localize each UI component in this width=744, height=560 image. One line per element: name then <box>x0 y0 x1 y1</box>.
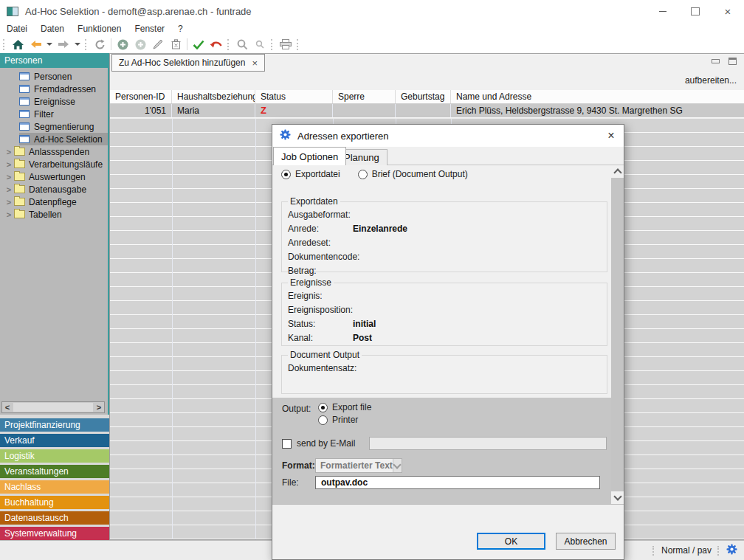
ok-button[interactable]: OK <box>477 533 545 550</box>
folder-icon <box>14 185 25 193</box>
column-header-personen-id[interactable]: Personen-ID <box>110 90 172 103</box>
sidebar-item-anlassspenden[interactable]: > Anlassspenden <box>0 145 108 158</box>
exportdaten-group: Exportdaten Ausgabeformat: Anrede:Einzel… <box>281 196 607 272</box>
tab-zu-adhoc-selektion-hinzufuegen[interactable]: Zu Ad-Hoc Selektion hinzufügen × <box>111 54 265 72</box>
toolbar-grip <box>271 39 275 50</box>
status-badge: Z <box>255 104 333 117</box>
pane-minimize-icon[interactable] <box>712 59 720 63</box>
sidebar-horizontal-scrollbar[interactable]: < > <box>1 401 105 413</box>
back-dropdown-icon[interactable] <box>46 38 52 51</box>
column-header-status[interactable]: Status <box>255 90 333 103</box>
sidebar-item-auswertungen[interactable]: > Auswertungen <box>0 170 108 183</box>
sidebar-item-personen[interactable]: Personen <box>0 70 108 83</box>
menu-daten[interactable]: Daten <box>34 24 71 34</box>
print-icon[interactable] <box>279 38 292 51</box>
window-icon <box>19 97 30 106</box>
scroll-left-icon[interactable]: < <box>2 402 13 412</box>
window-icon <box>19 110 30 118</box>
settings-gear-icon[interactable] <box>726 544 737 557</box>
column-header-name-adresse[interactable]: Name und Adresse <box>451 90 744 103</box>
search-small-icon[interactable] <box>253 38 266 51</box>
dialog-title: Adressen exportieren <box>297 131 389 142</box>
toolbar-grip <box>227 39 231 50</box>
minimize-button[interactable] <box>647 0 679 22</box>
refresh-icon[interactable] <box>93 38 106 51</box>
aufbereiten-link[interactable]: aufbereiten... <box>685 75 737 86</box>
radio-brief-document-output[interactable] <box>358 170 368 179</box>
window-icon <box>19 72 30 80</box>
forward-icon[interactable] <box>57 38 70 51</box>
sidebar-category-verkauf[interactable]: Verkauf <box>0 434 109 447</box>
home-icon[interactable] <box>11 38 24 51</box>
tab-job-optionen[interactable]: Job Optionen <box>273 147 346 165</box>
action-row: aufbereiten... <box>110 71 744 90</box>
sidebar-category-logistik[interactable]: Logistik <box>0 449 109 463</box>
chevron-right-icon[interactable]: > <box>4 210 14 219</box>
adressen-exportieren-dialog: Adressen exportieren × Job Optionen Plan… <box>272 124 624 560</box>
column-header-geburtstag[interactable]: Geburtstag <box>396 90 451 103</box>
tab-close-icon[interactable]: × <box>252 58 258 68</box>
chevron-right-icon[interactable]: > <box>4 185 14 194</box>
menu-funktionen[interactable]: Funktionen <box>71 24 128 34</box>
sidebar-category-veranstaltungen[interactable]: Veranstaltungen <box>0 465 109 478</box>
pane-maximize-icon[interactable] <box>728 58 737 65</box>
menu-datei[interactable]: Datei <box>0 24 34 34</box>
document-output-group: Document Output Dokumentensatz: <box>281 350 607 394</box>
search-icon[interactable] <box>235 38 249 51</box>
table-header: Personen-ID Haushaltsbeziehung Status Sp… <box>110 90 744 104</box>
sidebar-item-segmentierung[interactable]: Segmentierung <box>0 120 108 133</box>
scrollbar-thumb[interactable] <box>13 403 93 412</box>
scroll-right-icon[interactable]: > <box>94 402 104 412</box>
add-secondary-icon[interactable] <box>134 38 147 51</box>
sidebar-category-datenaustausch[interactable]: Datenaustausch <box>0 511 109 525</box>
column-header-sperre[interactable]: Sperre <box>333 90 396 103</box>
delete-trash-icon[interactable] <box>169 38 182 51</box>
gear-icon <box>280 129 291 142</box>
send-by-email-checkbox[interactable] <box>282 439 292 449</box>
toolbar-grip <box>85 39 89 50</box>
email-input[interactable] <box>369 437 607 450</box>
sidebar-item-adhoc-selektion[interactable]: Ad-Hoc Selektion <box>0 133 108 145</box>
sidebar-item-tabellen[interactable]: > Tabellen <box>0 208 108 221</box>
scroll-up-icon[interactable] <box>611 165 624 178</box>
file-input[interactable] <box>315 476 600 489</box>
menu-help[interactable]: ? <box>171 24 190 34</box>
document-tab-strip: Zu Ad-Hoc Selektion hinzufügen × <box>110 53 744 72</box>
sidebar-category-buchhaltung[interactable]: Buchhaltung <box>0 496 109 509</box>
sidebar-item-verarbeitungslaeufe[interactable]: > Verarbeitungsläufe <box>0 158 108 170</box>
sidebar-item-ereignisse[interactable]: Ereignisse <box>0 95 108 108</box>
dialog-close-icon[interactable]: × <box>599 129 624 142</box>
edit-pencil-icon[interactable] <box>151 38 165 51</box>
forward-dropdown-icon[interactable] <box>75 38 80 51</box>
add-icon[interactable] <box>116 38 129 51</box>
sidebar-header: Personen <box>0 53 108 68</box>
chevron-right-icon[interactable]: > <box>4 198 14 207</box>
confirm-check-icon[interactable] <box>192 38 205 51</box>
radio-export-file[interactable] <box>318 403 328 412</box>
sidebar-categories: Projektfinanzierung Verkauf Logistik Ver… <box>0 415 109 540</box>
sidebar-item-datenausgabe[interactable]: > Datenausgabe <box>0 183 108 196</box>
dialog-vertical-scrollbar[interactable] <box>611 165 624 504</box>
radio-printer[interactable] <box>318 415 328 425</box>
sidebar-item-datenpflege[interactable]: > Datenpflege <box>0 196 108 208</box>
chevron-right-icon[interactable]: > <box>4 148 14 156</box>
sidebar-item-filter[interactable]: Filter <box>0 108 108 120</box>
sidebar-item-fremdadressen[interactable]: Fremdadressen <box>0 83 108 95</box>
chevron-right-icon[interactable]: > <box>4 160 14 169</box>
maximize-button[interactable] <box>679 0 712 22</box>
column-header-haushaltsbeziehung[interactable]: Haushaltsbeziehung <box>172 90 255 103</box>
menu-fenster[interactable]: Fenster <box>128 24 171 34</box>
toolbar-grip <box>3 39 7 50</box>
sidebar-category-nachlass[interactable]: Nachlass <box>0 480 109 494</box>
chevron-right-icon[interactable]: > <box>4 173 14 182</box>
scroll-down-icon[interactable] <box>611 491 624 504</box>
cancel-button[interactable]: Abbrechen <box>556 533 616 550</box>
undo-icon[interactable] <box>210 38 223 51</box>
back-icon[interactable] <box>29 38 42 51</box>
table-row[interactable]: 1'051 Maria Z Erich Plüss, Heldsbergstra… <box>110 104 744 118</box>
format-dropdown[interactable]: Formatierter Text <box>315 458 402 473</box>
sidebar-category-systemverwaltung[interactable]: Systemverwaltung <box>0 527 109 540</box>
radio-exportdatei[interactable] <box>281 170 291 179</box>
close-button[interactable]: × <box>712 0 744 22</box>
sidebar-category-projektfinanzierung[interactable]: Projektfinanzierung <box>0 418 109 432</box>
